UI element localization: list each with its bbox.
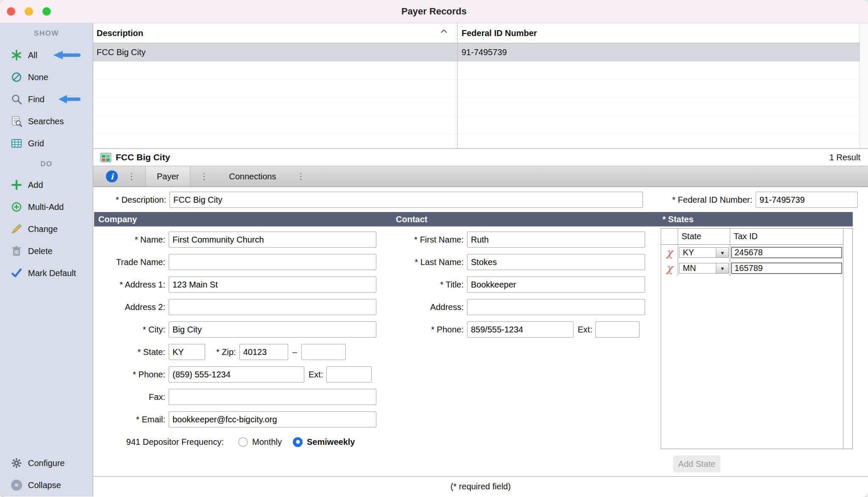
states-table: State Tax ID χ KY ▾: [661, 228, 853, 449]
zip-input[interactable]: [239, 344, 288, 360]
sidebar-item-delete[interactable]: Delete: [0, 240, 93, 262]
list-scrollbar[interactable]: [860, 23, 868, 148]
sidebar-item-collapse[interactable]: « Collapse: [0, 474, 93, 496]
tax-id-cell[interactable]: 165789: [731, 262, 842, 274]
field-label: Address 2:: [93, 302, 165, 312]
fax-input[interactable]: [169, 389, 376, 405]
sidebar-item-add[interactable]: Add: [0, 174, 93, 196]
tab-bar: i ⋮ Payer ⋮ Connections ⋮: [93, 166, 868, 187]
column-header-description[interactable]: Description ^: [93, 23, 457, 43]
show-section-header: SHOW: [0, 28, 93, 39]
field-label: * Phone:: [394, 325, 464, 335]
address2-input[interactable]: [169, 299, 376, 315]
column-header-federal-id[interactable]: Federal ID Number: [457, 28, 868, 38]
add-state-button[interactable]: Add State: [673, 455, 721, 472]
states-scrollbar[interactable]: [843, 229, 852, 449]
sidebar-item-grid[interactable]: Grid: [0, 132, 93, 154]
tab-label: Payer: [157, 172, 179, 181]
state-select[interactable]: KY ▾: [679, 247, 729, 258]
first-name-input[interactable]: [467, 232, 645, 248]
last-name-input[interactable]: [467, 254, 645, 270]
sidebar-item-all[interactable]: All: [0, 44, 93, 66]
field-label: 941 Depositor Frequency:: [93, 437, 224, 447]
saved-searches-icon: [10, 115, 23, 128]
zip4-input[interactable]: [301, 344, 346, 360]
record-title: FCC Big City: [116, 152, 170, 162]
sort-ascending-icon: ^: [440, 28, 448, 40]
contact-phone-input[interactable]: [467, 321, 573, 338]
info-icon[interactable]: i: [106, 170, 118, 182]
zoom-button[interactable]: [42, 7, 51, 16]
tax-id-column-header: Tax ID: [730, 229, 843, 244]
close-button[interactable]: [7, 7, 15, 16]
contact-title-input[interactable]: [467, 276, 645, 293]
sidebar-item-find[interactable]: Find: [0, 88, 93, 110]
field-label: Trade Name:: [93, 257, 165, 267]
address1-input[interactable]: [169, 276, 376, 293]
state-row: χ MN ▾ 165789: [661, 260, 843, 276]
main-area: Description ^ Federal ID Number FCC Big …: [93, 23, 868, 497]
email-input[interactable]: [169, 411, 376, 427]
sidebar-item-multi-add[interactable]: Multi-Add: [0, 196, 93, 218]
sidebar-item-none[interactable]: None: [0, 66, 93, 88]
field-label: * Name:: [93, 235, 165, 245]
drag-handle-icon: ⋮: [200, 171, 209, 181]
delete-state-icon[interactable]: χ: [666, 263, 673, 274]
chevron-down-icon[interactable]: ▾: [716, 248, 729, 257]
company-name-input[interactable]: [169, 232, 376, 248]
contact-address-input[interactable]: [467, 299, 645, 315]
tab-connections[interactable]: Connections: [218, 166, 287, 187]
plus-icon: [10, 179, 23, 191]
sidebar-item-label: Grid: [28, 139, 44, 148]
chevron-down-icon[interactable]: ▾: [716, 263, 729, 273]
field-label: * Phone:: [93, 370, 165, 380]
delete-state-icon[interactable]: χ: [666, 247, 673, 258]
state-select-value: MN: [679, 263, 716, 273]
federal-id-input[interactable]: [756, 192, 858, 208]
search-icon: [10, 93, 23, 106]
payer-list: Description ^ Federal ID Number FCC Big …: [93, 23, 868, 149]
record-header: FCC Big City 1 Result: [93, 149, 868, 166]
pencil-icon: [10, 223, 23, 235]
state-select[interactable]: MN ▾: [679, 263, 729, 274]
drag-handle-icon: ⋮: [296, 171, 305, 181]
sidebar-item-configure[interactable]: Configure: [0, 452, 93, 474]
column-header-label: Description: [97, 28, 143, 38]
description-input[interactable]: [170, 192, 643, 208]
pointer-arrow-icon: [53, 50, 81, 60]
list-row-empty: [93, 98, 859, 116]
app-window: Payer Records SHOW All None: [0, 0, 868, 497]
checkmark-icon: [10, 267, 23, 279]
field-label: Ext:: [309, 370, 323, 380]
list-row-selected[interactable]: FCC Big City 91-7495739: [93, 43, 868, 61]
zip-dash: –: [292, 347, 297, 357]
sidebar-item-mark-default[interactable]: Mark Default: [0, 262, 93, 284]
radio-semiweekly[interactable]: [293, 437, 303, 447]
minimize-button[interactable]: [25, 7, 33, 16]
state-input[interactable]: [169, 344, 205, 360]
pointer-arrow-icon: [53, 94, 81, 104]
company-phone-input[interactable]: [169, 366, 304, 383]
contact-ext-input[interactable]: [595, 321, 640, 338]
sidebar-item-label: Add: [28, 180, 43, 190]
grid-table-icon: [10, 137, 23, 150]
collapse-chevrons-icon: «: [10, 479, 23, 491]
section-title-company: Company: [98, 215, 137, 224]
radio-monthly[interactable]: [238, 437, 248, 447]
company-section: * Name: Trade Name: * Address 1: Address…: [93, 231, 395, 456]
company-ext-input[interactable]: [326, 366, 372, 383]
column-divider: [457, 23, 458, 148]
sidebar-item-label: None: [28, 73, 48, 82]
sidebar-item-change[interactable]: Change: [0, 218, 93, 240]
cell-description: FCC Big City: [93, 47, 457, 57]
tax-id-cell[interactable]: 245678: [731, 247, 842, 258]
cell-federal-id: 91-7495739: [457, 47, 868, 57]
tab-payer[interactable]: Payer: [145, 166, 190, 187]
column-header-label: Federal ID Number: [462, 28, 537, 38]
trade-name-input[interactable]: [169, 254, 376, 270]
none-circle-slash-icon: [10, 71, 23, 84]
city-input[interactable]: [169, 321, 376, 338]
sidebar-item-searches[interactable]: Searches: [0, 110, 93, 132]
section-title-contact: Contact: [396, 215, 427, 224]
drag-handle-icon: ⋮: [127, 171, 136, 181]
